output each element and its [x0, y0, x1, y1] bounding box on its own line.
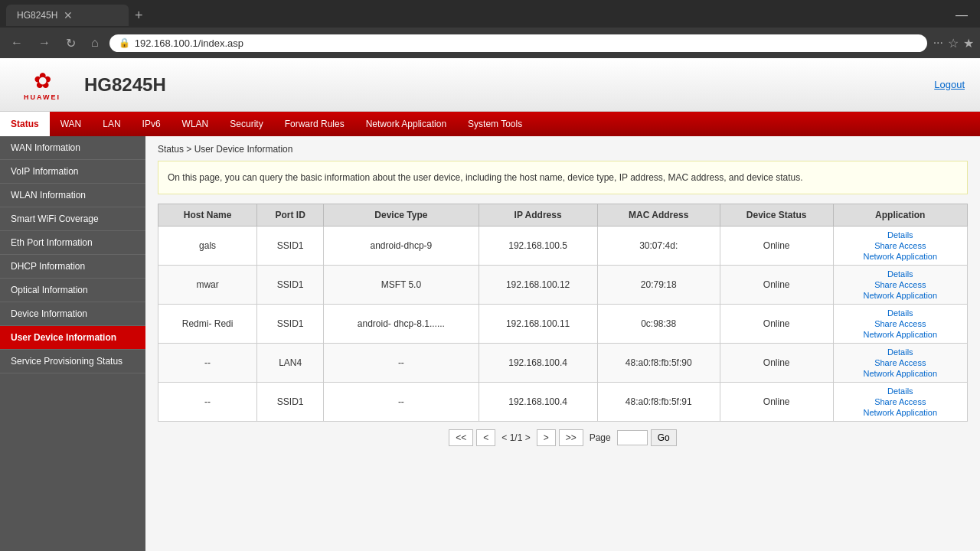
tab-bar: HG8245H ✕ + —: [0, 0, 980, 28]
action-network-application-button[interactable]: Network Application: [840, 290, 961, 301]
action-share-access-button[interactable]: Share Access: [840, 318, 961, 329]
sidebar-item-wlan-info[interactable]: WLAN Information: [0, 184, 145, 207]
cell-device-status: Online: [720, 227, 833, 266]
action-details-button[interactable]: Details: [840, 386, 961, 396]
action-details-button[interactable]: Details: [840, 269, 961, 279]
pagination-page-input[interactable]: [617, 430, 648, 445]
extensions-icon[interactable]: ···: [933, 36, 943, 50]
cell-port-id: SSID1: [257, 227, 324, 266]
action-share-access-button[interactable]: Share Access: [840, 396, 961, 407]
cell-hostname: mwar: [158, 266, 257, 305]
col-header-mac-address: MAC Address: [597, 204, 720, 227]
sidebar-item-optical-info[interactable]: Optical Information: [0, 279, 145, 302]
cell-ip-address: 192.168.100.11: [479, 305, 597, 344]
cell-hostname: --: [158, 383, 257, 422]
browser-tab[interactable]: HG8245H ✕: [6, 5, 129, 26]
home-button[interactable]: ⌂: [87, 34, 103, 51]
nav-item-forward-rules[interactable]: Forward Rules: [274, 112, 355, 136]
logout-button[interactable]: Logout: [934, 79, 965, 90]
action-share-access-button[interactable]: Share Access: [840, 357, 961, 368]
nav-bar: ← → ↻ ⌂ 🔒 192.168.100.1/index.asp ··· ☆ …: [0, 28, 980, 58]
cell-ip-address: 192.168.100.4: [479, 383, 597, 422]
cell-mac-address: 48:a0:f8:fb:5f:91: [597, 383, 720, 422]
table-row: Redmi- RediSSID1android- dhcp-8.1......1…: [158, 305, 968, 344]
pagination-first-button[interactable]: <<: [449, 429, 473, 446]
forward-button[interactable]: →: [34, 34, 55, 51]
cell-actions: DetailsShare AccessNetwork Application: [833, 227, 967, 266]
sidebar-item-user-device-info[interactable]: User Device Information: [0, 326, 145, 350]
pagination-prev-button[interactable]: <: [476, 429, 495, 446]
cell-device-status: Online: [720, 266, 833, 305]
col-header-device-status: Device Status: [720, 204, 833, 227]
cell-hostname: Redmi- Redi: [158, 305, 257, 344]
pagination-page-label: Page: [586, 432, 614, 443]
cell-mac-address: 48:a0:f8:fb:5f:90: [597, 344, 720, 383]
content-area: WAN Information VoIP Information WLAN In…: [0, 136, 980, 551]
action-details-button[interactable]: Details: [840, 347, 961, 357]
nav-item-ipv6[interactable]: IPv6: [132, 112, 172, 136]
cell-ip-address: 192.168.100.12: [479, 266, 597, 305]
pagination-next-button[interactable]: >: [537, 429, 556, 446]
cell-port-id: LAN4: [257, 344, 324, 383]
cell-port-id: SSID1: [257, 305, 324, 344]
cell-ip-address: 192.168.100.5: [479, 227, 597, 266]
router-model-title: HG8245H: [84, 74, 166, 96]
action-share-access-button[interactable]: Share Access: [840, 240, 961, 251]
nav-item-lan[interactable]: LAN: [92, 112, 131, 136]
action-details-button[interactable]: Details: [840, 308, 961, 318]
cell-device-type: --: [324, 383, 479, 422]
sidebar-item-service-provisioning[interactable]: Service Provisioning Status: [0, 350, 145, 373]
cell-actions: DetailsShare AccessNetwork Application: [833, 305, 967, 344]
col-header-hostname: Host Name: [158, 204, 257, 227]
huawei-logo: ✿ HUAWEI HG8245H: [15, 66, 166, 104]
cell-hostname: gals: [158, 227, 257, 266]
pagination: << < < 1/1 > > >> Page Go: [158, 429, 968, 446]
nav-item-wlan[interactable]: WLAN: [172, 112, 220, 136]
sidebar-item-device-info[interactable]: Device Information: [0, 302, 145, 326]
breadcrumb: Status > User Device Information: [158, 144, 968, 155]
col-header-ip-address: IP Address: [479, 204, 597, 227]
main-content: Status > User Device Information On this…: [145, 136, 980, 551]
cell-device-status: Online: [720, 344, 833, 383]
minimize-button[interactable]: —: [949, 8, 974, 22]
action-share-access-button[interactable]: Share Access: [840, 279, 961, 290]
sidebar-item-wan-info[interactable]: WAN Information: [0, 136, 145, 160]
cell-actions: DetailsShare AccessNetwork Application: [833, 383, 967, 422]
router-header: ✿ HUAWEI HG8245H Logout: [0, 58, 980, 112]
col-header-application: Application: [833, 204, 967, 227]
pagination-last-button[interactable]: >>: [559, 429, 583, 446]
cell-mac-address: 0c:98:38: [597, 305, 720, 344]
nav-item-status[interactable]: Status: [0, 112, 50, 136]
action-network-application-button[interactable]: Network Application: [840, 407, 961, 418]
pagination-page-info: < 1/1 >: [498, 432, 533, 443]
refresh-button[interactable]: ↻: [61, 34, 80, 52]
huawei-flower-icon: ✿: [34, 68, 51, 93]
star-icon[interactable]: ★: [963, 36, 974, 51]
action-details-button[interactable]: Details: [840, 230, 961, 240]
back-button[interactable]: ←: [6, 34, 28, 51]
cell-device-status: Online: [720, 305, 833, 344]
nav-item-security[interactable]: Security: [219, 112, 273, 136]
url-bar[interactable]: 🔒 192.168.100.1/index.asp: [109, 34, 927, 52]
browser-nav-icons: ··· ☆ ★: [933, 36, 974, 51]
sidebar-item-smart-wifi[interactable]: Smart WiFi Coverage: [0, 207, 145, 231]
bookmark-icon[interactable]: ☆: [948, 36, 959, 51]
new-tab-button[interactable]: +: [129, 8, 149, 24]
cell-mac-address: 30:07:4d:: [597, 227, 720, 266]
browser-chrome: HG8245H ✕ + — ← → ↻ ⌂ 🔒 192.168.100.1/in…: [0, 0, 980, 58]
cell-device-type: android-dhcp-9: [324, 227, 479, 266]
tab-close-button[interactable]: ✕: [64, 9, 73, 21]
nav-item-system-tools[interactable]: System Tools: [457, 112, 533, 136]
nav-item-network-application[interactable]: Network Application: [355, 112, 457, 136]
nav-item-wan[interactable]: WAN: [50, 112, 93, 136]
action-network-application-button[interactable]: Network Application: [840, 368, 961, 379]
sidebar-item-eth-port[interactable]: Eth Port Information: [0, 231, 145, 255]
action-network-application-button[interactable]: Network Application: [840, 251, 961, 262]
action-network-application-button[interactable]: Network Application: [840, 329, 961, 340]
sidebar-item-dhcp-info[interactable]: DHCP Information: [0, 255, 145, 279]
logo-text: HUAWEI: [24, 93, 60, 101]
cell-port-id: SSID1: [257, 383, 324, 422]
sidebar-item-voip-info[interactable]: VoIP Information: [0, 160, 145, 184]
col-header-device-type: Device Type: [324, 204, 479, 227]
pagination-go-button[interactable]: Go: [651, 429, 677, 446]
